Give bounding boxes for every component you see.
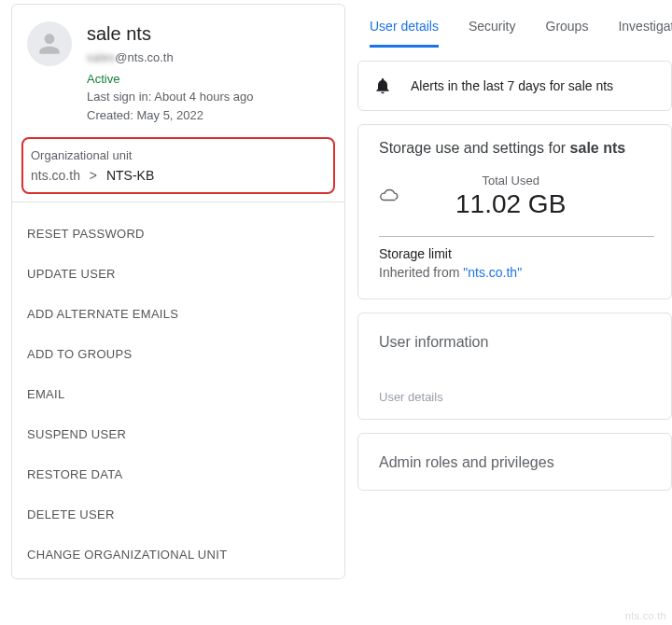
divider [12,201,344,202]
storage-title: Storage use and settings for sale nts [379,140,654,157]
inherit-link[interactable]: "nts.co.th" [463,265,522,280]
tab-security[interactable]: Security [469,9,516,48]
bell-icon [373,76,392,95]
user-email: sales@nts.co.th [87,50,254,64]
alerts-text: Alerts in the last 7 days for sale nts [411,78,613,93]
action-email[interactable]: EMAIL [12,374,344,414]
tab-investigate[interactable]: Investigate [618,9,672,48]
tab-groups[interactable]: Groups [546,9,589,48]
last-signin: Last sign in: About 4 hours ago [87,88,254,106]
action-add-alternate-emails[interactable]: ADD ALTERNATE EMAILS [12,294,344,334]
user-info-card[interactable]: User information User details [357,312,672,420]
storage-limit-inherit: Inherited from "nts.co.th" [379,265,654,280]
divider [379,236,654,237]
action-change-organizational-unit[interactable]: CHANGE ORGANIZATIONAL UNIT [12,535,344,575]
action-add-to-groups[interactable]: ADD TO GROUPS [12,334,344,374]
avatar [27,21,72,66]
admin-roles-card[interactable]: Admin roles and privileges [357,433,672,491]
action-update-user[interactable]: UPDATE USER [12,254,344,294]
user-info-sub: User details [358,369,671,419]
total-used-value: 11.02 GB [455,189,566,219]
action-delete-user[interactable]: DELETE USER [12,494,344,535]
org-unit-label: Organizational unit [31,148,326,162]
created-date: Created: May 5, 2022 [87,106,254,125]
watermark: nts.co.th [625,610,666,621]
cloud-icon [379,185,399,208]
storage-limit-label: Storage limit [379,246,654,261]
storage-card: Storage use and settings for sale nts To… [357,124,672,299]
action-suspend-user[interactable]: SUSPEND USER [12,414,344,454]
total-used-label: Total Used [455,174,566,188]
actions-list: RESET PASSWORDUPDATE USERADD ALTERNATE E… [12,210,344,578]
action-reset-password[interactable]: RESET PASSWORD [12,214,344,254]
action-restore-data[interactable]: RESTORE DATA [12,454,344,494]
admin-roles-title: Admin roles and privileges [379,454,651,471]
user-name: sale nts [87,23,254,45]
tab-user-details[interactable]: User details [370,9,439,48]
tabs: User detailsSecurityGroupsInvestigate [357,4,672,48]
org-unit-path: nts.co.th > NTS-KB [31,168,326,183]
user-status: Active [87,72,254,86]
organizational-unit-box[interactable]: Organizational unit nts.co.th > NTS-KB [21,137,335,194]
person-icon [35,29,64,59]
alerts-card[interactable]: Alerts in the last 7 days for sale nts [357,61,672,111]
user-info-title: User information [379,334,651,351]
